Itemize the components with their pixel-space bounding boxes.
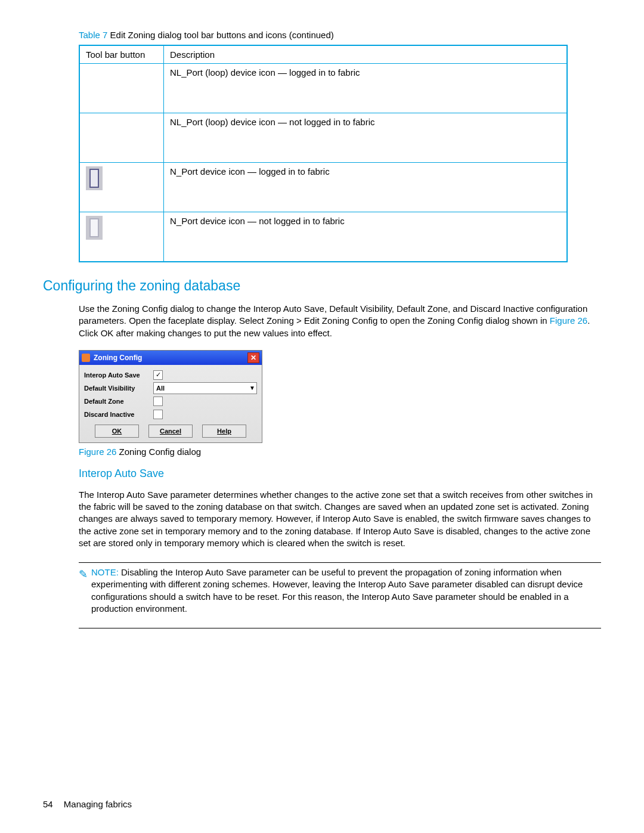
nl-port-not-logged-in-icon — [79, 113, 164, 163]
row-desc: NL_Port (loop) device icon — logged in t… — [164, 64, 568, 113]
interop-para: The Interop Auto Save parameter determin… — [79, 489, 595, 549]
default-visibility-label: Default Visibility — [84, 385, 148, 392]
figure-number: Figure 26 — [79, 447, 116, 457]
table-number: Table 7 — [79, 30, 107, 40]
help-button[interactable]: Help — [202, 425, 246, 438]
note-block: ✎ NOTE: Disabling the Interop Auto Save … — [79, 566, 601, 615]
n-port-not-logged-in-icon — [79, 212, 164, 262]
zoning-config-dialog: Zoning Config ✕ Interop Auto Save ✓ Defa… — [79, 350, 262, 443]
table-title: Edit Zoning dialog tool bar buttons and … — [110, 30, 334, 40]
interop-auto-save-checkbox[interactable]: ✓ — [153, 370, 163, 380]
dialog-title: Zoning Config — [94, 354, 142, 362]
table-header-description: Description — [164, 45, 568, 64]
dialog-titlebar: Zoning Config ✕ — [79, 351, 262, 365]
figure-caption: Figure 26 Zoning Config dialog — [79, 447, 601, 457]
table-row: NL_Port (loop) device icon — not logged … — [79, 113, 567, 163]
app-icon — [82, 354, 90, 362]
table-row: NL_Port (loop) device icon — logged in t… — [79, 64, 567, 113]
note-rule-bottom — [79, 628, 601, 628]
heading-interop-auto-save: Interop Auto Save — [79, 467, 601, 480]
table-row: N_Port device icon — not logged in to fa… — [79, 212, 567, 262]
chevron-down-icon: ▼ — [249, 385, 255, 391]
page-number: 54 — [43, 799, 53, 809]
default-visibility-value: All — [156, 385, 165, 392]
table-header-button: Tool bar button — [79, 45, 164, 64]
note-label: NOTE: — [91, 567, 119, 577]
note-text: Disabling the Interop Auto Save paramete… — [91, 567, 583, 614]
table-row: N_Port device icon — logged in to fabric — [79, 163, 567, 212]
n-port-logged-in-icon — [79, 163, 164, 212]
cancel-button[interactable]: Cancel — [148, 425, 193, 438]
figure-text: Zoning Config dialog — [116, 447, 201, 457]
page-footer: 54 Managing fabrics — [43, 799, 132, 809]
nl-port-logged-in-icon — [79, 64, 164, 113]
default-visibility-dropdown[interactable]: All ▼ — [153, 382, 257, 394]
ok-button[interactable]: OK — [95, 425, 139, 438]
default-zone-checkbox[interactable] — [153, 397, 163, 406]
default-zone-label: Default Zone — [84, 398, 148, 405]
note-rule-top — [79, 562, 601, 563]
table-caption: Table 7 Edit Zoning dialog tool bar butt… — [79, 30, 601, 40]
close-icon[interactable]: ✕ — [247, 352, 259, 363]
heading-configuring-zoning-database: Configuring the zoning database — [43, 278, 601, 294]
note-icon: ✎ — [79, 567, 88, 615]
row-desc: N_Port device icon — not logged in to fa… — [164, 212, 568, 262]
interop-auto-save-label: Interop Auto Save — [84, 371, 148, 379]
para-part-a: Use the Zoning Config dialog to change t… — [79, 304, 587, 326]
row-desc: NL_Port (loop) device icon — not logged … — [164, 113, 568, 163]
row-desc: N_Port device icon — logged in to fabric — [164, 163, 568, 212]
discard-inactive-checkbox[interactable] — [153, 410, 163, 419]
figure-26-link[interactable]: Figure 26 — [550, 315, 587, 326]
configuring-para: Use the Zoning Config dialog to change t… — [79, 303, 595, 339]
discard-inactive-label: Discard Inactive — [84, 411, 148, 418]
toolbar-icons-table: Tool bar button Description NL_Port (loo… — [79, 45, 568, 262]
chapter-title: Managing fabrics — [64, 799, 132, 809]
